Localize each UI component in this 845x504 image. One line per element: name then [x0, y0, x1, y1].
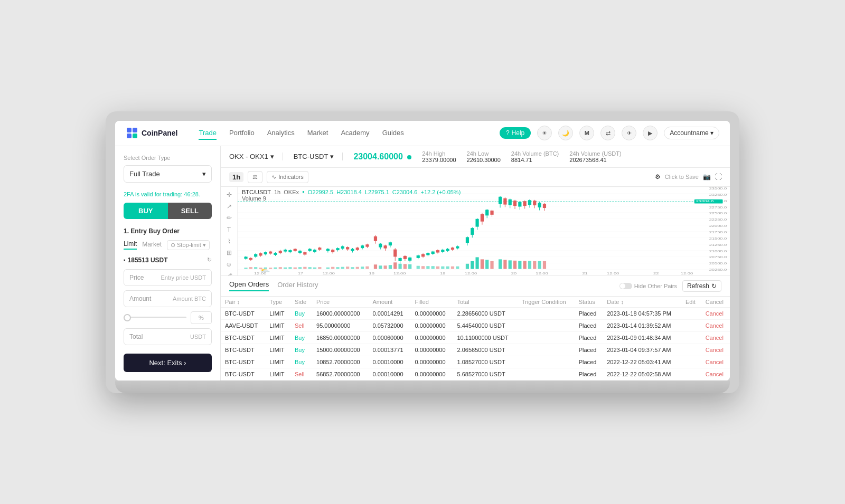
m-icon-btn[interactable]: M	[579, 126, 594, 140]
svg-rect-160	[279, 267, 282, 269]
svg-text:12:00: 12:00	[393, 272, 406, 274]
theme-toggle[interactable]: ☀	[537, 126, 552, 140]
cell-cancel[interactable]: Cancel	[701, 319, 730, 331]
timeframe-button[interactable]: 1h	[229, 172, 243, 182]
svg-rect-173	[346, 267, 349, 269]
crosshair-tool[interactable]: ✛	[223, 191, 235, 198]
compare-tool[interactable]: ⚖	[248, 171, 262, 183]
pattern-tool[interactable]: ⌇	[223, 237, 235, 245]
cell-date: 2022-12-22 05:03:41 AM	[603, 356, 681, 368]
nav-trade[interactable]: Trade	[199, 127, 216, 140]
stop-limit-tab[interactable]: ⊙ Stop-limit ▾	[167, 240, 210, 250]
svg-rect-110	[431, 251, 435, 253]
cell-cancel[interactable]: Cancel	[701, 356, 730, 368]
svg-rect-134	[499, 196, 502, 204]
svg-rect-166	[308, 267, 312, 269]
slider-row: %	[124, 311, 212, 324]
total-input-field[interactable]: Total USDT	[124, 328, 212, 345]
click-to-save-label[interactable]: Click to Save	[665, 174, 699, 180]
market-tab[interactable]: Market	[142, 241, 162, 249]
refresh-button[interactable]: Refresh ↻	[682, 280, 721, 292]
svg-rect-152	[543, 204, 546, 208]
open-orders-tab[interactable]: Open Orders	[229, 280, 269, 291]
cell-type: LIMIT	[265, 356, 290, 368]
svg-rect-162	[288, 267, 292, 269]
indicators-button[interactable]: ∿ Indicators	[267, 171, 308, 183]
svg-rect-58	[294, 249, 297, 251]
right-panel: OKX - OKX1 ▾ BTC-USDT ▾ 23004.60000 24h …	[221, 146, 730, 381]
cell-date: 2023-01-04 09:37:57 AM	[603, 344, 681, 356]
svg-rect-142	[518, 202, 521, 206]
cell-pair: BTC-USDT	[221, 331, 265, 344]
svg-rect-174	[351, 267, 354, 269]
logo-text: CoinPanel	[142, 129, 177, 137]
pair-selector[interactable]: BTC-USDT ▾	[294, 153, 343, 160]
next-exits-button[interactable]: Next: Exits ›	[124, 354, 212, 372]
amount-input-field[interactable]: Amount Amount BTC	[124, 290, 212, 307]
moon-icon-btn[interactable]: 🌙	[558, 126, 573, 140]
svg-rect-78	[346, 247, 349, 249]
chart-ohlc: BTC/USDT 1h OKEx ● O22992.5 H23018.4 L22…	[242, 189, 461, 195]
svg-rect-138	[509, 199, 512, 205]
order-history-tab[interactable]: Order History	[277, 281, 318, 291]
cell-edit	[681, 319, 701, 331]
measure-tool[interactable]: ⊞	[223, 249, 235, 256]
text-tool[interactable]: T	[223, 226, 235, 233]
buy-tab[interactable]: BUY	[124, 203, 168, 219]
fullscreen-icon[interactable]: ⛶	[715, 173, 721, 180]
svg-rect-98	[398, 258, 401, 261]
svg-rect-196	[471, 261, 474, 269]
settings-icon[interactable]: ⚙	[655, 173, 661, 180]
hide-other-pairs: Hide Other Pairs	[619, 283, 677, 289]
account-button[interactable]: Accountname ▾	[664, 127, 719, 139]
draw-tool[interactable]: ✏	[223, 214, 235, 222]
svg-rect-155	[254, 267, 257, 269]
nav-academy[interactable]: Academy	[341, 127, 369, 140]
nav-market[interactable]: Market	[307, 127, 328, 140]
cell-filled: 0.00000000	[410, 368, 453, 380]
current-price: 23004.60000	[353, 152, 411, 161]
send-icon-btn[interactable]: ✈	[622, 126, 636, 140]
svg-rect-202	[503, 260, 506, 269]
cell-cancel[interactable]: Cancel	[701, 307, 730, 319]
nav-guides[interactable]: Guides	[382, 127, 404, 140]
help-button[interactable]: ? Help	[500, 127, 531, 139]
percentage-slider[interactable]	[124, 317, 186, 318]
hide-pairs-toggle[interactable]	[619, 283, 632, 289]
nav-portfolio[interactable]: Portfolio	[229, 127, 255, 140]
svg-text:20250.0: 20250.0	[709, 268, 727, 271]
order-type-label: Select Order Type	[124, 155, 212, 161]
video-icon-btn[interactable]: ▶	[643, 126, 658, 140]
svg-rect-88	[374, 236, 377, 241]
nav-analytics[interactable]: Analytics	[267, 127, 295, 140]
limit-tab[interactable]: Limit	[124, 240, 137, 250]
chart-toolbar: 1h ⚖ ∿ Indicators ⚙ Click to Save 📷 ⛶	[221, 168, 730, 187]
sell-tab[interactable]: SELL	[168, 203, 212, 219]
svg-text:23250.0: 23250.0	[709, 193, 727, 196]
cell-type: LIMIT	[265, 319, 290, 331]
svg-rect-92	[383, 245, 387, 248]
table-row: AAVE-USDT LIMIT Sell 95.00000000 0.05732…	[221, 319, 730, 331]
pencil-tool[interactable]: 🖉	[223, 272, 235, 275]
emoji-tool[interactable]: ☺	[223, 261, 235, 268]
svg-rect-128	[481, 214, 484, 221]
logo-icon	[126, 127, 138, 139]
svg-rect-130	[485, 210, 489, 215]
price-input-field[interactable]: Price Entry price USDT	[124, 269, 212, 286]
svg-rect-176	[361, 267, 364, 269]
order-type-dropdown[interactable]: Full Trade ▾	[124, 165, 212, 183]
camera-icon[interactable]: 📷	[703, 173, 711, 180]
svg-rect-74	[336, 248, 339, 250]
cell-cancel[interactable]: Cancel	[701, 368, 730, 380]
cell-cancel[interactable]: Cancel	[701, 344, 730, 356]
entry-section-title: 1. Entry Buy Order	[124, 227, 212, 235]
cell-trigger	[518, 331, 575, 344]
retweet-icon-btn[interactable]: ⇄	[600, 126, 615, 140]
nav-right-actions: ? Help ☀ 🌙 M ⇄ ✈ ▶ Accountname ▾	[500, 126, 719, 140]
cell-cancel[interactable]: Cancel	[701, 331, 730, 344]
trend-line-tool[interactable]: ↗	[223, 203, 235, 210]
exchange-selector[interactable]: OKX - OKX1 ▾	[229, 153, 283, 160]
orders-right-controls: Hide Other Pairs Refresh ↻	[619, 280, 721, 292]
svg-text:20: 20	[511, 272, 517, 274]
balance-refresh-icon[interactable]: ↻	[207, 256, 212, 263]
